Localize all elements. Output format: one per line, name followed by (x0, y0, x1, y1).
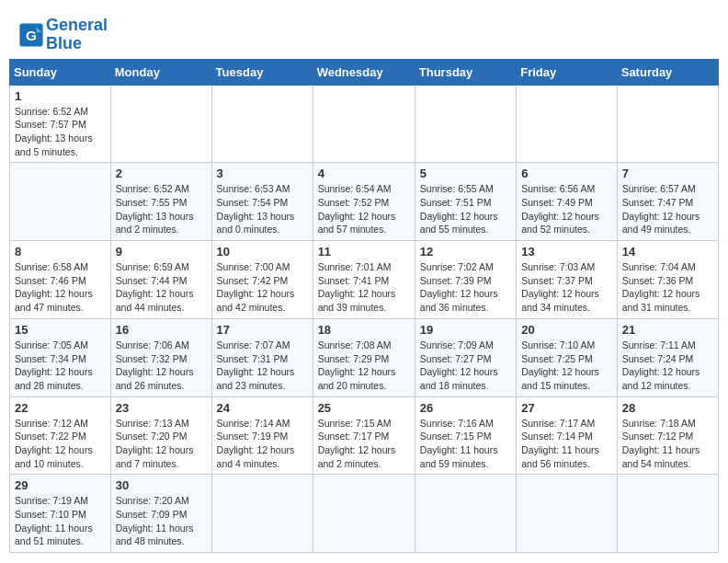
cell-info: Sunrise: 6:53 AMSunset: 7:54 PMDaylight:… (217, 183, 295, 235)
calendar-cell: 25 Sunrise: 7:15 AMSunset: 7:17 PMDaylig… (313, 396, 415, 475)
calendar-cell: 5 Sunrise: 6:55 AMSunset: 7:51 PMDayligh… (415, 163, 516, 241)
day-number: 28 (622, 401, 713, 415)
calendar-row-0: 1 Sunrise: 6:52 AMSunset: 7:57 PMDayligh… (10, 85, 719, 163)
cell-info: Sunrise: 7:05 AMSunset: 7:34 PMDaylight:… (15, 339, 93, 391)
calendar-cell: 3 Sunrise: 6:53 AMSunset: 7:54 PMDayligh… (211, 163, 313, 241)
cell-info: Sunrise: 6:59 AMSunset: 7:44 PMDaylight:… (116, 261, 194, 313)
day-number: 19 (420, 323, 511, 337)
cell-info: Sunrise: 7:01 AMSunset: 7:41 PMDaylight:… (318, 261, 396, 313)
day-number: 22 (15, 401, 106, 415)
cell-info: Sunrise: 7:17 AMSunset: 7:14 PMDaylight:… (521, 418, 599, 469)
calendar-row-4: 22 Sunrise: 7:12 AMSunset: 7:22 PMDaylig… (10, 396, 719, 475)
logo: G General Blue (18, 17, 108, 53)
calendar-cell: 21 Sunrise: 7:11 AMSunset: 7:24 PMDaylig… (617, 318, 718, 396)
cell-info: Sunrise: 7:08 AMSunset: 7:29 PMDaylight:… (318, 339, 396, 391)
day-number: 5 (420, 167, 511, 180)
cell-info: Sunrise: 7:06 AMSunset: 7:32 PMDaylight:… (116, 339, 194, 391)
calendar-cell (517, 85, 618, 163)
calendar-cell: 30 Sunrise: 7:20 AMSunset: 7:09 PMDaylig… (110, 475, 211, 553)
calendar-cell: 19 Sunrise: 7:09 AMSunset: 7:27 PMDaylig… (415, 318, 516, 396)
calendar-cell: 13 Sunrise: 7:03 AMSunset: 7:37 PMDaylig… (517, 241, 618, 319)
cell-info: Sunrise: 7:09 AMSunset: 7:27 PMDaylight:… (420, 339, 498, 391)
calendar-cell (617, 475, 718, 553)
header: G General Blue (9, 9, 719, 59)
day-number: 24 (217, 401, 308, 415)
day-number: 7 (622, 167, 713, 180)
day-number: 16 (116, 323, 207, 337)
cell-info: Sunrise: 7:00 AMSunset: 7:42 PMDaylight:… (217, 261, 295, 313)
cell-info: Sunrise: 6:58 AMSunset: 7:46 PMDaylight:… (15, 261, 93, 313)
calendar-row-2: 8 Sunrise: 6:58 AMSunset: 7:46 PMDayligh… (10, 241, 719, 319)
cell-info: Sunrise: 7:19 AMSunset: 7:10 PMDaylight:… (15, 495, 93, 546)
calendar-row-5: 29 Sunrise: 7:19 AMSunset: 7:10 PMDaylig… (10, 475, 719, 553)
day-number: 23 (116, 401, 207, 415)
calendar-cell: 1 Sunrise: 6:52 AMSunset: 7:57 PMDayligh… (10, 85, 111, 163)
calendar-cell (313, 475, 415, 553)
calendar-cell: 7 Sunrise: 6:57 AMSunset: 7:47 PMDayligh… (617, 163, 718, 241)
calendar-cell: 9 Sunrise: 6:59 AMSunset: 7:44 PMDayligh… (110, 241, 211, 319)
cell-info: Sunrise: 6:55 AMSunset: 7:51 PMDaylight:… (420, 183, 498, 235)
day-number: 2 (116, 167, 207, 180)
cell-info: Sunrise: 6:57 AMSunset: 7:47 PMDaylight:… (622, 183, 700, 235)
calendar-cell: 20 Sunrise: 7:10 AMSunset: 7:25 PMDaylig… (517, 318, 618, 396)
calendar-cell: 11 Sunrise: 7:01 AMSunset: 7:41 PMDaylig… (313, 241, 415, 319)
day-number: 27 (521, 401, 612, 415)
cell-info: Sunrise: 7:12 AMSunset: 7:22 PMDaylight:… (15, 418, 93, 469)
day-number: 30 (116, 478, 207, 492)
calendar-cell: 2 Sunrise: 6:52 AMSunset: 7:55 PMDayligh… (110, 163, 211, 241)
calendar-cell: 6 Sunrise: 6:56 AMSunset: 7:49 PMDayligh… (517, 163, 618, 241)
day-number: 20 (521, 323, 612, 337)
day-number: 29 (15, 478, 106, 492)
col-wednesday: Wednesday (313, 59, 415, 85)
calendar-cell: 12 Sunrise: 7:02 AMSunset: 7:39 PMDaylig… (415, 241, 516, 319)
col-thursday: Thursday (415, 59, 516, 85)
day-number: 26 (420, 401, 511, 415)
calendar-cell (10, 163, 111, 241)
day-number: 13 (521, 245, 612, 259)
logo-text-general: General (46, 16, 108, 34)
cell-info: Sunrise: 7:04 AMSunset: 7:36 PMDaylight:… (622, 261, 700, 313)
day-number: 4 (318, 167, 410, 180)
calendar-cell (211, 475, 313, 553)
calendar-cell (415, 475, 516, 553)
calendar-cell: 23 Sunrise: 7:13 AMSunset: 7:20 PMDaylig… (110, 396, 211, 475)
cell-info: Sunrise: 7:10 AMSunset: 7:25 PMDaylight:… (521, 339, 599, 391)
calendar-cell (110, 85, 211, 163)
cell-info: Sunrise: 7:02 AMSunset: 7:39 PMDaylight:… (420, 261, 498, 313)
calendar-cell (415, 85, 516, 163)
calendar-cell (211, 85, 313, 163)
calendar-cell: 24 Sunrise: 7:14 AMSunset: 7:19 PMDaylig… (211, 396, 313, 475)
logo-icon: G (18, 22, 44, 48)
day-number: 9 (116, 245, 207, 259)
cell-info: Sunrise: 7:13 AMSunset: 7:20 PMDaylight:… (116, 418, 194, 469)
day-number: 17 (217, 323, 308, 337)
col-saturday: Saturday (617, 59, 718, 85)
logo-text-blue: Blue (46, 35, 108, 53)
cell-info: Sunrise: 6:52 AMSunset: 7:55 PMDaylight:… (116, 183, 194, 235)
calendar-row-1: 2 Sunrise: 6:52 AMSunset: 7:55 PMDayligh… (10, 163, 719, 241)
calendar-cell: 28 Sunrise: 7:18 AMSunset: 7:12 PMDaylig… (617, 396, 718, 475)
calendar-cell (617, 85, 718, 163)
cell-info: Sunrise: 7:20 AMSunset: 7:09 PMDaylight:… (116, 495, 194, 546)
calendar-cell: 15 Sunrise: 7:05 AMSunset: 7:34 PMDaylig… (10, 318, 111, 396)
cell-info: Sunrise: 6:56 AMSunset: 7:49 PMDaylight:… (521, 183, 599, 235)
cell-info: Sunrise: 7:18 AMSunset: 7:12 PMDaylight:… (622, 418, 700, 469)
header-row: Sunday Monday Tuesday Wednesday Thursday… (10, 59, 719, 85)
cell-info: Sunrise: 7:11 AMSunset: 7:24 PMDaylight:… (622, 339, 700, 391)
calendar-cell: 22 Sunrise: 7:12 AMSunset: 7:22 PMDaylig… (10, 396, 111, 475)
day-number: 21 (622, 323, 713, 337)
cell-info: Sunrise: 7:03 AMSunset: 7:37 PMDaylight:… (521, 261, 599, 313)
calendar-cell: 14 Sunrise: 7:04 AMSunset: 7:36 PMDaylig… (617, 241, 718, 319)
col-friday: Friday (517, 59, 618, 85)
day-number: 6 (521, 167, 612, 180)
day-number: 14 (622, 245, 713, 259)
cell-info: Sunrise: 7:07 AMSunset: 7:31 PMDaylight:… (217, 339, 295, 391)
calendar-cell: 16 Sunrise: 7:06 AMSunset: 7:32 PMDaylig… (110, 318, 211, 396)
calendar-cell: 4 Sunrise: 6:54 AMSunset: 7:52 PMDayligh… (313, 163, 415, 241)
calendar-table: Sunday Monday Tuesday Wednesday Thursday… (9, 59, 719, 554)
calendar-cell: 27 Sunrise: 7:17 AMSunset: 7:14 PMDaylig… (517, 396, 618, 475)
day-number: 11 (318, 245, 410, 259)
calendar-row-3: 15 Sunrise: 7:05 AMSunset: 7:34 PMDaylig… (10, 318, 719, 396)
calendar-cell: 8 Sunrise: 6:58 AMSunset: 7:46 PMDayligh… (10, 241, 111, 319)
day-number: 12 (420, 245, 511, 259)
